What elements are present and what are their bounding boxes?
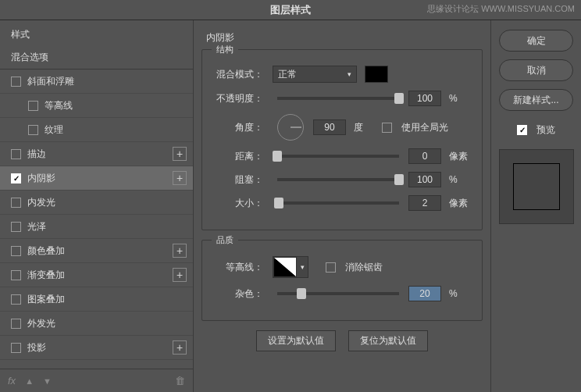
noise-label: 杂色： [212,287,263,301]
style-label: 光泽 [27,220,187,233]
sidebar-footer: fx ▲ ▼ 🗑 [0,369,193,392]
contour-thumb [273,257,297,277]
add-effect-icon[interactable]: + [173,340,187,355]
preview-inner [513,163,560,210]
style-row-5[interactable]: 内发光 [0,191,193,215]
style-checkbox[interactable] [11,246,21,256]
angle-label: 角度： [212,121,263,134]
choke-slider[interactable] [277,178,399,181]
titlebar: 图层样式 思缘设计论坛 WWW.MISSYUAN.COM [0,0,581,20]
settings-panel: 内阴影 结构 混合模式： 正常▾ 不透明度： 100 % 角度： 90 度 [194,20,490,392]
add-effect-icon[interactable]: + [173,244,187,258]
reset-default-button[interactable]: 复位为默认值 [348,330,428,351]
style-row-0[interactable]: 斜面和浮雕 [0,69,193,94]
cancel-button[interactable]: 取消 [499,59,573,81]
style-row-11[interactable]: 投影+ [0,336,193,360]
size-label: 大小： [212,197,263,210]
style-row-10[interactable]: 外发光 [0,312,193,336]
quality-label: 品质 [212,234,238,246]
style-checkbox[interactable] [11,149,21,159]
preview-label: 预览 [536,123,555,137]
style-checkbox[interactable] [11,173,21,184]
distance-label: 距离： [212,150,263,163]
style-checkbox[interactable] [11,198,21,208]
blend-mode-dropdown[interactable]: 正常▾ [273,66,357,83]
style-label: 外发光 [27,317,187,330]
arrow-down-icon[interactable]: ▼ [43,376,52,386]
style-row-7[interactable]: 颜色叠加+ [0,239,193,263]
style-label: 图案叠加 [27,293,187,306]
style-checkbox[interactable] [28,101,38,111]
style-row-2[interactable]: 纹理 [0,118,193,142]
arrow-up-icon[interactable]: ▲ [25,376,34,386]
chevron-down-icon: ▾ [297,257,308,277]
style-label: 纹理 [45,123,187,137]
style-row-3[interactable]: 描边+ [0,142,193,166]
style-checkbox[interactable] [11,294,21,305]
make-default-button[interactable]: 设置为默认值 [256,330,336,351]
right-panel: 确定 取消 新建样式... ✓ 预览 [490,20,581,392]
preview-checkbox[interactable]: ✓ [517,125,527,135]
style-checkbox[interactable] [11,77,21,87]
styles-sidebar: 样式 混合选项 斜面和浮雕等高线纹理描边+内阴影+内发光光泽颜色叠加+渐变叠加+… [0,20,194,392]
preview-box [499,149,574,224]
opacity-slider[interactable] [277,97,399,100]
style-label: 等高线 [45,99,187,112]
blend-mode-label: 混合模式： [212,68,263,81]
noise-value[interactable]: 20 [408,286,441,301]
style-row-6[interactable]: 光泽 [0,215,193,239]
chevron-down-icon: ▾ [348,70,351,78]
style-row-1[interactable]: 等高线 [0,94,193,118]
add-effect-icon[interactable]: + [173,147,187,161]
panel-title: 内阴影 [201,31,483,45]
contour-label: 等高线： [212,261,263,274]
fx-icon[interactable]: fx [8,375,16,387]
contour-picker[interactable]: ▾ [273,256,308,278]
quality-group: 品质 等高线： ▾ 消除锯齿 杂色： 20 % [201,240,483,321]
watermark: 思缘设计论坛 WWW.MISSYUAN.COM [427,3,575,15]
style-row-8[interactable]: 渐变叠加+ [0,263,193,287]
noise-slider[interactable] [277,292,399,295]
styles-heading: 样式 [0,20,193,46]
add-effect-icon[interactable]: + [173,171,187,185]
style-label: 内阴影 [27,172,173,185]
style-checkbox[interactable] [11,319,21,329]
style-row-9[interactable]: 图案叠加 [0,287,193,312]
style-list: 斜面和浮雕等高线纹理描边+内阴影+内发光光泽颜色叠加+渐变叠加+图案叠加外发光投… [0,69,193,369]
dialog-title: 图层样式 [270,3,311,17]
global-light-checkbox[interactable] [382,123,392,133]
main-area: 样式 混合选项 斜面和浮雕等高线纹理描边+内阴影+内发光光泽颜色叠加+渐变叠加+… [0,20,581,392]
color-swatch[interactable] [365,66,388,83]
size-slider[interactable] [277,201,399,205]
ok-button[interactable]: 确定 [499,30,573,52]
angle-dial[interactable] [277,114,304,141]
style-checkbox[interactable] [28,125,38,135]
style-checkbox[interactable] [11,222,21,232]
style-checkbox[interactable] [11,270,21,280]
global-light-label: 使用全局光 [401,121,448,134]
antialias-label: 消除锯齿 [345,261,383,274]
distance-slider[interactable] [277,155,399,158]
style-label: 内发光 [27,196,187,209]
style-row-4[interactable]: 内阴影+ [0,166,193,191]
style-label: 描边 [27,148,173,161]
opacity-value[interactable]: 100 [408,91,441,106]
antialias-checkbox[interactable] [326,262,336,273]
size-value[interactable]: 2 [408,195,441,211]
structure-label: 结构 [212,44,238,55]
structure-group: 结构 混合模式： 正常▾ 不透明度： 100 % 角度： 90 度 [201,49,483,230]
style-label: 渐变叠加 [27,269,173,282]
style-checkbox[interactable] [11,343,21,353]
add-effect-icon[interactable]: + [173,268,187,282]
distance-value[interactable]: 0 [408,148,441,164]
style-label: 斜面和浮雕 [27,75,187,88]
style-label: 颜色叠加 [27,244,173,258]
blend-options[interactable]: 混合选项 [0,46,193,69]
style-label: 投影 [27,341,173,355]
opacity-label: 不透明度： [212,92,263,105]
trash-icon[interactable]: 🗑 [175,375,185,387]
angle-value[interactable]: 90 [313,119,346,135]
choke-label: 阻塞： [212,173,263,187]
new-style-button[interactable]: 新建样式... [499,89,573,111]
choke-value[interactable]: 100 [408,172,441,187]
